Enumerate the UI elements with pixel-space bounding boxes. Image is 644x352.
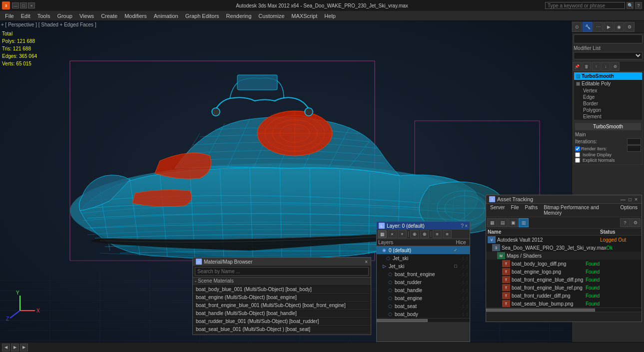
ap-menu-bitmap[interactable]: Bitmap Performance and Memory [541,204,617,216]
list-item[interactable]: ◉ 0 (default) ✓ ⋮⋮ [377,246,470,254]
menu-rendering[interactable]: Rendering [223,12,255,19]
object-name-field[interactable]: boat_body [574,34,643,43]
mod-sub-vertex[interactable]: Vertex [574,87,642,94]
mod-sub-element[interactable]: Element [574,113,642,120]
lp-toolbar-btn-3[interactable]: ⊕ [410,230,419,238]
ap-tb-btn-table[interactable]: ▤ [498,218,508,227]
ap-tb-btn-details[interactable]: ▣ [508,218,518,227]
mod-sub-polygon[interactable]: Polygon [574,107,642,113]
lp-toolbar-btn-5[interactable]: ≡ [433,230,442,238]
play-btn[interactable]: ▶ [11,344,19,352]
menu-modifiers[interactable]: Modifiers [121,12,150,19]
list-item[interactable]: boat_rudder_blue_001 (Multi/Sub-Object) … [194,318,370,326]
layer-scroll-thumb-h[interactable] [377,319,428,322]
mod-sub-edge[interactable]: Edge [574,94,642,100]
lp-toolbar-btn-6[interactable]: ≡ [443,230,452,238]
ap-row[interactable]: T boat_body_logo_diff.png Found [486,260,642,268]
layer-scrollbar-h[interactable] [377,318,470,322]
ap-row[interactable]: 3 Sea_Doo_WAKE_PRO_230_Jet_Ski_vray.max … [486,244,642,252]
mod-up-btn[interactable]: ↑ [592,62,601,71]
ap-menu-paths[interactable]: Paths [523,204,541,216]
win-btn-restore[interactable]: □ [20,2,27,8]
ap-path-input[interactable] [486,312,642,322]
list-item[interactable]: boat_engine (Multi/Sub-Object) [boat_eng… [194,294,370,302]
ap-menu-file[interactable]: File [508,204,521,216]
win-btn-close[interactable]: × [28,2,35,8]
ap-row[interactable]: T boat_front_rudder_diff.png Found [486,292,642,300]
search-input[interactable] [545,2,625,9]
layer-panel-title[interactable]: L Layer: 0 (default) ? × [377,222,470,230]
mod-config-btn[interactable]: ⚙ [611,62,620,71]
list-item[interactable]: ◌ boat_rudder ⋮⋮ [377,278,470,286]
lp-toolbar-btn-2[interactable]: + [398,230,407,238]
list-item[interactable]: ◌ Jet_ski ⋮⋮ [377,254,470,262]
list-item[interactable]: boat_seat_blue_001 (Multi/Sub-Object ) [… [194,326,370,334]
ap-maximize-btn[interactable]: □ [628,197,633,202]
rp-icon-utilities[interactable]: ⚙ [625,22,635,32]
search-icon[interactable]: 🔍 [627,2,634,9]
help-icon[interactable]: ? [635,2,642,9]
list-item[interactable]: ◌ boat_engine ⋮⋮ [377,294,470,302]
mod-item-turbosmooth[interactable]: TurboSmooth [574,72,642,80]
list-item[interactable]: ◌ boat_front_engine ⋮⋮ [377,270,470,278]
list-item[interactable]: boat_body_blue_001 (Multi/Sub-Object) [b… [194,286,370,294]
layer-close-btn[interactable]: × [465,223,468,229]
isoline-checkbox[interactable] [575,152,580,157]
ap-row[interactable]: T boat_engine_logo.png Found [486,268,642,276]
menu-group[interactable]: Group [54,12,75,19]
rp-icon-motion[interactable]: ▶ [604,22,614,32]
menu-views[interactable]: Views [76,12,97,19]
mod-pin-btn[interactable]: 📌 [573,62,582,71]
mod-item-editable-poly[interactable]: Editable Poly [574,80,642,87]
ap-row[interactable]: V Autodesk Vault 2012 Logged Out [486,236,642,244]
iterations-value[interactable]: 0 [627,138,641,145]
ap-menu-options[interactable]: Options [618,204,640,216]
ap-row[interactable]: T boat_seats_blue_bump.png Found [486,300,642,308]
menu-graph-editors[interactable]: Graph Editors [182,12,222,19]
list-item[interactable]: ◌ boat_handle ⋮⋮ [377,286,470,294]
ap-menu-server[interactable]: Server [488,204,507,216]
ap-tb-help-btn[interactable]: ? [620,218,630,227]
layer-help-btn[interactable]: ? [461,223,464,229]
ap-tb-btn-list[interactable]: ▦ [487,218,497,227]
menu-animation[interactable]: Animation [151,12,181,19]
ap-row[interactable]: M Maps / Shaders [486,252,642,260]
ap-minimize-btn[interactable]: — [620,197,627,202]
rp-icon-object[interactable]: ⊙ [572,22,582,32]
lp-toolbar-btn-4[interactable]: ⊗ [420,230,429,238]
mb-search-input[interactable] [195,267,369,276]
mb-section-header[interactable]: - Scene Materials [193,278,371,285]
list-item[interactable]: ◌ boat_body ⋮⋮ [377,310,470,318]
lp-toolbar-btn-1[interactable]: × [388,230,397,238]
menu-tools[interactable]: Tools [34,12,53,19]
rp-icon-modify[interactable]: 🔧 [583,22,593,32]
win-btn-minimize[interactable]: — [12,2,19,8]
rp-icon-display[interactable]: ◉ [614,22,624,32]
list-item[interactable]: boat_front_engine_blue_001 (Multi/Sub-Ob… [194,302,370,310]
next-frame-btn[interactable]: ▶ [20,344,28,352]
ap-row[interactable]: T boat_front_engine_blue_diff.png Found [486,276,642,284]
menu-edit[interactable]: Edit [18,12,33,19]
rp-icon-hierarchy[interactable]: ⋯ [593,22,603,32]
menu-create[interactable]: Create [98,12,120,19]
menu-customize[interactable]: Customize [255,12,287,19]
prev-frame-btn[interactable]: ◀ [2,344,10,352]
render-iters-value[interactable]: 2 [627,145,641,152]
menu-maxscript[interactable]: MAXScript [288,12,320,19]
mod-sub-border[interactable]: Border [574,100,642,107]
lp-toolbar-btn-0[interactable]: ▦ [378,230,387,238]
ap-tb-btn-active[interactable]: ▥ [519,218,529,227]
ap-row[interactable]: T boat_front_engine_blue_ref.png Found [486,284,642,292]
modifier-list-select[interactable] [574,52,643,59]
ap-scrollbar-h[interactable] [486,308,642,312]
ap-close-btn[interactable]: × [634,197,639,202]
ap-tb-config-btn[interactable]: ⚙ [631,218,641,227]
mb-close-btn[interactable]: × [365,259,368,265]
list-item[interactable]: boat_handle (Multi/Sub-Object) [boat_han… [194,310,370,318]
menu-file[interactable]: File [2,12,17,19]
explicit-normals-checkbox[interactable] [575,158,580,163]
ap-scroll-thumb-h[interactable] [486,309,595,312]
menu-help[interactable]: Help [321,12,339,19]
list-item[interactable]: ▷ Jet_ski □ ⋮⋮ [377,262,470,270]
mod-delete-btn[interactable]: 🗑 [582,62,591,71]
